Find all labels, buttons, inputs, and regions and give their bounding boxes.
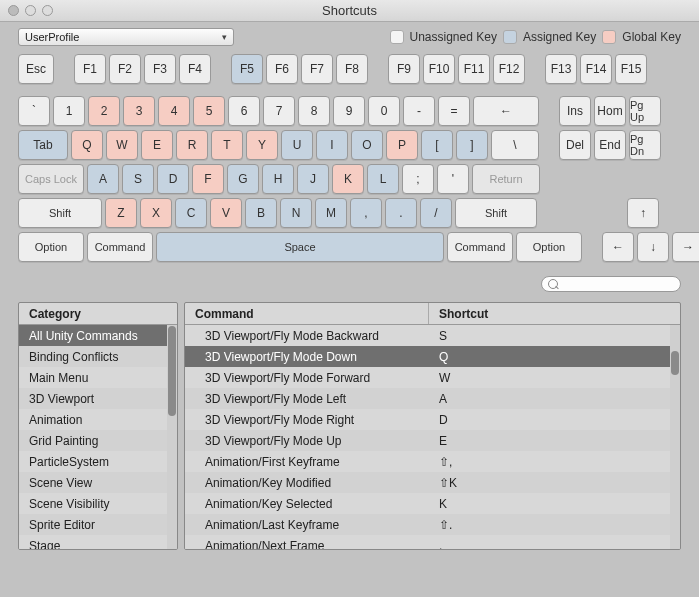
key-l[interactable]: L — [367, 164, 399, 194]
key-7[interactable]: 7 — [263, 96, 295, 126]
key-↑[interactable]: ↑ — [627, 198, 659, 228]
key-shift[interactable]: Shift — [455, 198, 537, 228]
key-option[interactable]: Option — [516, 232, 582, 262]
key-↓[interactable]: ↓ — [637, 232, 669, 262]
key-f6[interactable]: F6 — [266, 54, 298, 84]
key-n[interactable]: N — [280, 198, 312, 228]
key-v[interactable]: V — [210, 198, 242, 228]
key-f8[interactable]: F8 — [336, 54, 368, 84]
key-2[interactable]: 2 — [88, 96, 120, 126]
key-h[interactable]: H — [262, 164, 294, 194]
key-caps-lock[interactable]: Caps Lock — [18, 164, 84, 194]
profile-dropdown[interactable]: UserProfile — [18, 28, 234, 46]
category-row[interactable]: All Unity Commands — [19, 325, 167, 346]
key-m[interactable]: M — [315, 198, 347, 228]
command-row[interactable]: Animation/Last Keyframe⇧. — [185, 514, 670, 535]
key-][interactable]: ] — [456, 130, 488, 160]
key-p[interactable]: P — [386, 130, 418, 160]
command-row[interactable]: 3D Viewport/Fly Mode ForwardW — [185, 367, 670, 388]
key-d[interactable]: D — [157, 164, 189, 194]
key-6[interactable]: 6 — [228, 96, 260, 126]
key-4[interactable]: 4 — [158, 96, 190, 126]
category-row[interactable]: Grid Painting — [19, 430, 167, 451]
key-del[interactable]: Del — [559, 130, 591, 160]
key-t[interactable]: T — [211, 130, 243, 160]
key-i[interactable]: I — [316, 130, 348, 160]
key-x[interactable]: X — [140, 198, 172, 228]
key-space[interactable]: Space — [156, 232, 444, 262]
key-f10[interactable]: F10 — [423, 54, 455, 84]
key-option[interactable]: Option — [18, 232, 84, 262]
command-row[interactable]: 3D Viewport/Fly Mode BackwardS — [185, 325, 670, 346]
key-ins[interactable]: Ins — [559, 96, 591, 126]
category-row[interactable]: Binding Conflicts — [19, 346, 167, 367]
command-row[interactable]: 3D Viewport/Fly Mode UpE — [185, 430, 670, 451]
key-esc[interactable]: Esc — [18, 54, 54, 84]
command-scrollbar[interactable] — [670, 325, 680, 550]
category-list[interactable]: All Unity CommandsBinding ConflictsMain … — [19, 325, 167, 550]
key-9[interactable]: 9 — [333, 96, 365, 126]
key-f1[interactable]: F1 — [74, 54, 106, 84]
key-←[interactable]: ← — [602, 232, 634, 262]
key-hom[interactable]: Hom — [594, 96, 626, 126]
key-`[interactable]: ` — [18, 96, 50, 126]
key-f4[interactable]: F4 — [179, 54, 211, 84]
key-pg-up[interactable]: Pg Up — [629, 96, 661, 126]
category-row[interactable]: Animation — [19, 409, 167, 430]
category-row[interactable]: Scene View — [19, 472, 167, 493]
key-,[interactable]: , — [350, 198, 382, 228]
key-o[interactable]: O — [351, 130, 383, 160]
key-r[interactable]: R — [176, 130, 208, 160]
key-f15[interactable]: F15 — [615, 54, 647, 84]
command-row[interactable]: Animation/First Keyframe⇧, — [185, 451, 670, 472]
key-1[interactable]: 1 — [53, 96, 85, 126]
command-row[interactable]: 3D Viewport/Fly Mode DownQ — [185, 346, 670, 367]
key-0[interactable]: 0 — [368, 96, 400, 126]
key-←[interactable]: ← — [473, 96, 539, 126]
key-/[interactable]: / — [420, 198, 452, 228]
command-row[interactable]: Animation/Key SelectedK — [185, 493, 670, 514]
key-q[interactable]: Q — [71, 130, 103, 160]
command-row[interactable]: 3D Viewport/Fly Mode RightD — [185, 409, 670, 430]
key-shift[interactable]: Shift — [18, 198, 102, 228]
key-pg-dn[interactable]: Pg Dn — [629, 130, 661, 160]
key-command[interactable]: Command — [87, 232, 153, 262]
key-'[interactable]: ' — [437, 164, 469, 194]
key-c[interactable]: C — [175, 198, 207, 228]
key-→[interactable]: → — [672, 232, 699, 262]
key-3[interactable]: 3 — [123, 96, 155, 126]
key-w[interactable]: W — [106, 130, 138, 160]
key-b[interactable]: B — [245, 198, 277, 228]
command-row[interactable]: Animation/Next Frame. — [185, 535, 670, 550]
key-f2[interactable]: F2 — [109, 54, 141, 84]
key-\[interactable]: \ — [491, 130, 539, 160]
key-f9[interactable]: F9 — [388, 54, 420, 84]
key-f13[interactable]: F13 — [545, 54, 577, 84]
key-=[interactable]: = — [438, 96, 470, 126]
command-row[interactable]: Animation/Key Modified⇧K — [185, 472, 670, 493]
key-[[interactable]: [ — [421, 130, 453, 160]
key-command[interactable]: Command — [447, 232, 513, 262]
key-return[interactable]: Return — [472, 164, 540, 194]
key-f[interactable]: F — [192, 164, 224, 194]
key-s[interactable]: S — [122, 164, 154, 194]
key-g[interactable]: G — [227, 164, 259, 194]
key-f12[interactable]: F12 — [493, 54, 525, 84]
key-5[interactable]: 5 — [193, 96, 225, 126]
key-u[interactable]: U — [281, 130, 313, 160]
category-row[interactable]: Scene Visibility — [19, 493, 167, 514]
category-row[interactable]: Main Menu — [19, 367, 167, 388]
category-row[interactable]: ParticleSystem — [19, 451, 167, 472]
category-row[interactable]: Sprite Editor — [19, 514, 167, 535]
key-y[interactable]: Y — [246, 130, 278, 160]
key--[interactable]: - — [403, 96, 435, 126]
key-f14[interactable]: F14 — [580, 54, 612, 84]
key-;[interactable]: ; — [402, 164, 434, 194]
key-f7[interactable]: F7 — [301, 54, 333, 84]
key-8[interactable]: 8 — [298, 96, 330, 126]
key-j[interactable]: J — [297, 164, 329, 194]
category-row[interactable]: Stage — [19, 535, 167, 550]
category-row[interactable]: 3D Viewport — [19, 388, 167, 409]
command-list[interactable]: 3D Viewport/Fly Mode BackwardS3D Viewpor… — [185, 325, 670, 550]
key-e[interactable]: E — [141, 130, 173, 160]
